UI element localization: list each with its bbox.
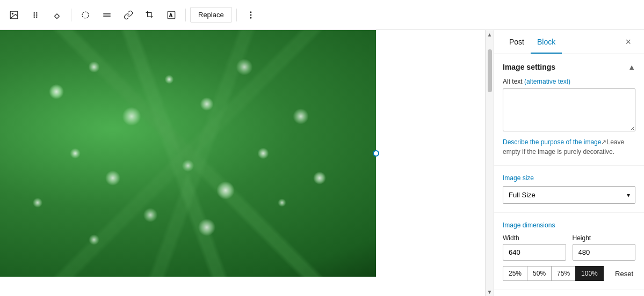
toolbar-divider-3: [236, 9, 237, 21]
vertical-scrollbar[interactable]: ▲ ▼: [485, 30, 494, 296]
reset-dimensions-button[interactable]: Reset: [613, 267, 635, 281]
align-btn[interactable]: [97, 5, 117, 25]
main-content: ▲ ▼ Post Block × Image settings ▲ Alt te…: [0, 30, 644, 296]
svg-point-2: [34, 12, 35, 13]
text-overlay-btn[interactable]: A: [162, 5, 181, 25]
preset-50-btn[interactable]: 50%: [527, 266, 552, 281]
svg-point-15: [250, 14, 251, 16]
height-field: Height: [573, 234, 636, 261]
image-size-select-wrapper: Thumbnail Medium Large Full Size ▾: [503, 186, 635, 204]
up-down-icon: [52, 10, 62, 20]
height-label: Height: [573, 234, 636, 242]
image-icon-btn[interactable]: [4, 5, 24, 25]
circle-select-icon: [81, 10, 90, 20]
tab-post[interactable]: Post: [503, 30, 531, 54]
panel-tabs: Post Block ×: [494, 30, 644, 54]
circle-select-btn[interactable]: [76, 5, 95, 25]
preset-row: 25% 50% 75% 100% Reset: [503, 266, 635, 281]
text-overlay-icon: A: [167, 10, 176, 20]
svg-text:A: A: [169, 13, 172, 18]
link-icon: [124, 10, 133, 20]
alt-text-label-paren: (alternative text): [524, 78, 570, 85]
editor-area: [0, 30, 485, 296]
image-dimensions-section: Image dimensions Width Height 25% 50% 75…: [494, 213, 644, 290]
link-btn[interactable]: [119, 5, 138, 25]
image-dimensions-label: Image dimensions: [503, 221, 635, 229]
svg-point-14: [250, 11, 251, 12]
svg-point-1: [12, 13, 13, 14]
alt-text-input[interactable]: [503, 88, 635, 131]
leaf-image: [0, 30, 376, 277]
crop-icon: [145, 10, 155, 20]
tab-block[interactable]: Block: [531, 30, 562, 54]
svg-point-5: [37, 14, 38, 16]
resize-handle[interactable]: [373, 150, 379, 157]
drag-icon-btn[interactable]: [26, 5, 45, 25]
svg-point-4: [34, 14, 35, 16]
alt-text-hint: Describe the purpose of the image↗Leave …: [503, 137, 635, 157]
more-options-btn[interactable]: [241, 5, 261, 25]
image-size-select[interactable]: Thumbnail Medium Large Full Size: [503, 186, 635, 204]
width-field: Width: [503, 234, 566, 261]
svg-point-7: [37, 17, 38, 18]
image-toolbar: A Replace: [0, 0, 644, 30]
alt-text-label: Alt text (alternative text): [503, 78, 635, 85]
image-icon: [9, 10, 19, 20]
more-icon: [246, 10, 256, 20]
scrollbar-thumb[interactable]: [488, 49, 492, 92]
width-input[interactable]: [503, 244, 566, 261]
section-header: Image settings ▲: [503, 63, 635, 71]
scroll-down-arrow[interactable]: ▼: [486, 287, 494, 296]
right-panel: Post Block × Image settings ▲ Alt text (…: [494, 30, 644, 296]
height-input[interactable]: [573, 244, 636, 261]
up-down-btn[interactable]: [47, 5, 67, 25]
toolbar-divider-1: [71, 9, 71, 21]
align-icon: [102, 10, 112, 20]
image-size-label: Image size: [503, 174, 635, 182]
toolbar-divider-2: [185, 9, 186, 21]
svg-point-8: [82, 12, 89, 18]
drag-icon: [31, 10, 40, 20]
svg-point-16: [250, 17, 251, 18]
image-settings-section: Image settings ▲ Alt text (alternative t…: [494, 54, 644, 166]
preset-100-btn[interactable]: 100%: [575, 266, 604, 281]
scroll-up-arrow[interactable]: ▲: [486, 30, 494, 39]
image-container: [0, 30, 376, 277]
svg-point-3: [37, 12, 38, 13]
svg-point-6: [34, 17, 35, 18]
dimensions-row: Width Height: [503, 234, 635, 261]
collapse-icon[interactable]: ▲: [628, 63, 635, 71]
section-title: Image settings: [503, 63, 555, 71]
image-size-section: Image size Thumbnail Medium Large Full S…: [494, 166, 644, 213]
preset-75-btn[interactable]: 75%: [551, 266, 576, 281]
crop-btn[interactable]: [140, 5, 160, 25]
replace-button[interactable]: Replace: [190, 7, 232, 23]
alt-text-link[interactable]: Describe the purpose of the image: [503, 138, 601, 146]
width-label: Width: [503, 234, 566, 242]
alt-text-label-main: Alt text: [503, 78, 523, 85]
preset-25-btn[interactable]: 25%: [503, 266, 527, 281]
close-panel-button[interactable]: ×: [621, 33, 635, 51]
